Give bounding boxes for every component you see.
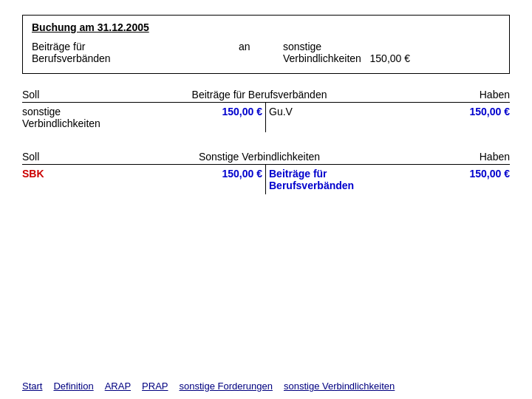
t-account-1-body: sonstigeVerbindlichkeiten 150,00 € Gu.V … xyxy=(22,103,510,132)
t-account-1-title: Beiträge für Berufsverbänden xyxy=(39,89,479,100)
t-account-2-left-label: SBK xyxy=(22,168,44,180)
t-account-2-left: SBK 150,00 € xyxy=(22,165,266,194)
t-account-1-left: sonstigeVerbindlichkeiten 150,00 € xyxy=(22,103,266,132)
t-account-1-left-label: sonstigeVerbindlichkeiten xyxy=(22,106,100,129)
nav-start[interactable]: Start xyxy=(22,381,42,392)
buchung-row: Beiträge fürBerufsverbänden an sonstigeV… xyxy=(32,41,500,64)
t-account-2-right-row: Beiträge fürBerufsverbänden 150,00 € xyxy=(269,168,510,191)
t-account-2-body: SBK 150,00 € Beiträge fürBerufsverbänden… xyxy=(22,165,510,194)
t-account-2-header: Soll Sonstige Verbindlichkeiten Haben xyxy=(22,151,510,165)
t-account-1-right: Gu.V 150,00 € xyxy=(266,103,510,132)
t-account-2-right-label: Beiträge fürBerufsverbänden xyxy=(269,168,354,191)
t-account-2-haben: Haben xyxy=(480,151,510,163)
nav-sonstige-forderungen[interactable]: sonstige Forderungen xyxy=(179,381,272,392)
t-account-1-left-row: sonstigeVerbindlichkeiten 150,00 € xyxy=(22,106,262,129)
t-account-2-left-amount: 150,00 € xyxy=(222,168,263,180)
nav-arap[interactable]: ARAP xyxy=(105,381,131,392)
t-account-2-title: Sonstige Verbindlichkeiten xyxy=(39,151,479,163)
buchung-right: sonstigeVerbindlichkeiten 150,00 € xyxy=(283,41,410,64)
t-account-1-right-amount: 150,00 € xyxy=(470,106,511,117)
buchung-box: Buchung am 31.12.2005 Beiträge fürBerufs… xyxy=(22,15,510,74)
t-account-1-header: Soll Beiträge für Berufsverbänden Haben xyxy=(22,89,510,103)
t-account-2-right-amount: 150,00 € xyxy=(470,168,511,180)
t-account-1-left-amount: 150,00 € xyxy=(222,106,263,117)
t-account-2-right: Beiträge fürBerufsverbänden 150,00 € xyxy=(266,165,510,194)
buchung-left: Beiträge fürBerufsverbänden xyxy=(32,41,239,64)
nav-definition[interactable]: Definition xyxy=(53,381,93,392)
t-account-1-soll: Soll xyxy=(22,89,39,100)
t-account-1-right-row: Gu.V 150,00 € xyxy=(269,106,510,117)
t-account-1-wrapper: Soll Beiträge für Berufsverbänden Haben … xyxy=(22,89,510,132)
nav-footer: Start Definition ARAP PRAP sonstige Ford… xyxy=(22,381,510,392)
t-account-1-right-label: Gu.V xyxy=(269,106,293,117)
buchung-title: Buchung am 31.12.2005 xyxy=(32,21,500,33)
t-account-2-soll: Soll xyxy=(22,151,39,163)
nav-prap[interactable]: PRAP xyxy=(142,381,168,392)
buchung-an: an xyxy=(239,41,283,52)
nav-sonstige-verbindlichkeiten[interactable]: sonstige Verbindlichkeiten xyxy=(284,381,395,392)
t-account-1-haben: Haben xyxy=(480,89,510,100)
t-account-2-wrapper: Soll Sonstige Verbindlichkeiten Haben SB… xyxy=(22,151,510,194)
t-account-2-left-row: SBK 150,00 € xyxy=(22,168,262,180)
